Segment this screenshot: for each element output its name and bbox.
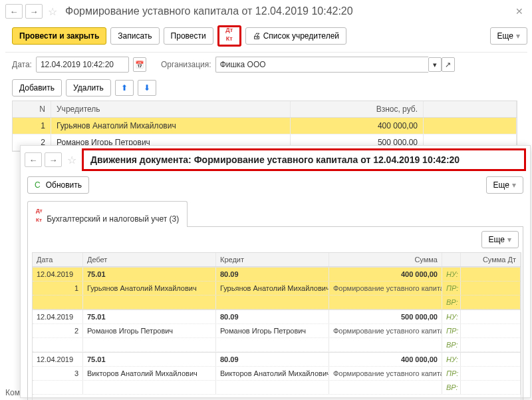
more-button[interactable]: Еще (490, 27, 527, 45)
refresh-icon: C (35, 180, 41, 190)
date-input[interactable]: 12.04.2019 10:42:20 (36, 57, 129, 73)
org-input[interactable]: Фишка ООО (215, 57, 428, 73)
org-label: Организация: (161, 60, 211, 69)
delete-row-button[interactable]: Удалить (66, 79, 111, 97)
form-row: Дата: 12.04.2019 10:42:20 📅 Организация:… (5, 53, 527, 77)
posting-row[interactable]: ВР: (33, 296, 521, 309)
col-n: N (13, 101, 51, 117)
date-label: Дата: (12, 60, 32, 69)
tab-strip: ДтКт Бухгалтерский и налоговый учет (3) (27, 200, 523, 227)
movements-panel: Еще Дата Дебет Кредит Сумма Сумма Дт 12.… (27, 227, 523, 400)
org-open-icon[interactable]: ↗ (442, 57, 455, 72)
window-header: ← → ☆ Формирование уставного капитала от… (5, 1, 527, 21)
movements-header: ← → ☆ Движения документа: Формирование у… (21, 146, 530, 174)
more-button[interactable]: Еще (481, 231, 519, 248)
document-window: ← → ☆ Формирование уставного капитала от… (5, 1, 527, 152)
col-amount: Взнос, руб. (291, 101, 424, 117)
posting-row[interactable]: 3 Викторов Анатолий Михайлович Викторов … (33, 367, 521, 381)
close-icon[interactable]: ✕ (511, 6, 527, 17)
postings-grid: Дата Дебет Кредит Сумма Сумма Дт 12.04.2… (32, 252, 521, 400)
org-dropdown-icon[interactable]: ▾ (428, 57, 442, 72)
favorite-icon[interactable]: ☆ (65, 152, 79, 167)
col-founder: Учредитель (51, 101, 291, 117)
grid-header: Дата Дебет Кредит Сумма Сумма Дт (33, 253, 521, 267)
dtkt-icon: ДтКт (36, 208, 43, 223)
posting-row[interactable]: ВР: (33, 381, 521, 395)
founders-list-button[interactable]: 🖨 Список учредителей (245, 27, 346, 45)
favorite-icon[interactable]: ☆ (45, 4, 60, 19)
table-row[interactable]: 1 Гурьянов Анатолий Михайлович 400 000,0… (13, 118, 517, 134)
calendar-icon[interactable]: 📅 (133, 57, 146, 72)
post-button[interactable]: Провести (164, 27, 213, 45)
nav-forward-button[interactable]: → (45, 152, 62, 167)
posting-row[interactable]: 12.04.2019 75.01 80.09 500 000,00 НУ: (33, 309, 521, 324)
posting-row[interactable]: 1 Гурьянов Анатолий Михайлович Гурьянов … (33, 282, 521, 296)
posting-row[interactable]: ВР: (33, 338, 521, 352)
grid-toolbar: Добавить Удалить ⬆ ⬇ (5, 77, 527, 99)
posting-row[interactable]: 12.04.2019 75.01 80.09 400 000,00 НУ: (33, 352, 521, 367)
panel-toolbar: Еще (28, 227, 523, 252)
window-title: Формирование уставного капитала от 12.04… (65, 5, 509, 17)
refresh-button[interactable]: C Обновить (27, 176, 89, 194)
print-icon: 🖨 (253, 31, 261, 41)
nav-back-button[interactable]: ← (5, 4, 23, 19)
more-button[interactable]: Еще (486, 176, 523, 194)
posting-row[interactable]: 12.04.2019 75.01 80.09 400 000,00 НУ: (33, 267, 521, 282)
dtkt-button[interactable]: ДтКт (217, 25, 241, 47)
record-button[interactable]: Записать (110, 27, 159, 45)
nav-forward-button[interactable]: → (25, 4, 43, 19)
nav-back-button[interactable]: ← (25, 152, 42, 167)
main-toolbar: Провести и закрыть Записать Провести ДтК… (5, 21, 527, 53)
movements-toolbar: C Обновить Еще (21, 174, 530, 196)
tab-accounting[interactable]: ДтКт Бухгалтерский и налоговый учет (3) (27, 201, 188, 227)
posting-row[interactable]: 2 Романов Игорь Петрович Романов Игорь П… (33, 324, 521, 338)
move-up-button[interactable]: ⬆ (115, 80, 134, 96)
post-and-close-button[interactable]: Провести и закрыть (12, 27, 106, 45)
grid-header: N Учредитель Взнос, руб. (13, 101, 517, 118)
movements-window: ← → ☆ Движения документа: Формирование у… (20, 145, 531, 398)
add-row-button[interactable]: Добавить (12, 79, 62, 97)
move-down-button[interactable]: ⬇ (138, 80, 156, 96)
founders-grid: N Учредитель Взнос, руб. 1 Гурьянов Анат… (12, 100, 517, 152)
movements-title: Движения документа: Формирование уставно… (82, 148, 526, 171)
